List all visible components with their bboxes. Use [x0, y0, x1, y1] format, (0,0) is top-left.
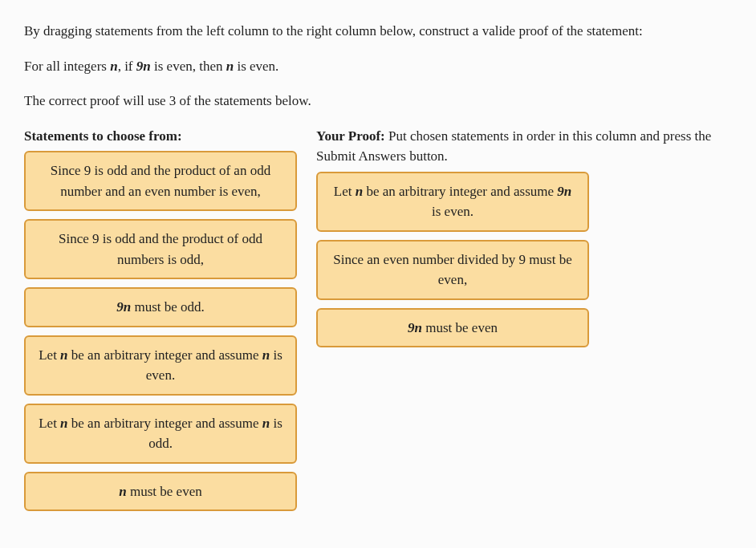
statement-tile[interactable]: Let n be an arbitrary integer and assume…: [24, 335, 297, 396]
source-column: Statements to choose from: Since 9 is od…: [24, 126, 297, 512]
exercise-page: By dragging statements from the left col…: [0, 0, 756, 535]
statement-text: Let n be an arbitrary integer and assume…: [37, 345, 284, 386]
statement-tile[interactable]: Let n be an arbitrary integer and assume…: [316, 172, 589, 232]
proof-column-heading-label: Your Proof:: [316, 128, 385, 144]
proof-column-heading: Your Proof: Put chosen statements in ord…: [316, 126, 717, 167]
statement-tile[interactable]: 9n must be odd.: [24, 287, 297, 327]
statement-tile[interactable]: 9n must be even: [316, 308, 589, 348]
instructions: By dragging statements from the left col…: [24, 21, 732, 112]
instruction-line-3: The correct proof will use 3 of the stat…: [24, 91, 732, 112]
statement-text: Let n be an arbitrary integer and assume…: [37, 413, 284, 454]
source-column-heading-label: Statements to choose from:: [24, 128, 182, 144]
statement-text: Since 9 is odd and the product of an odd…: [37, 160, 284, 201]
statement-text: Since 9 is odd and the product of odd nu…: [37, 229, 284, 270]
proof-column: Your Proof: Put chosen statements in ord…: [316, 126, 717, 348]
statement-tile[interactable]: Since 9 is odd and the product of odd nu…: [24, 219, 297, 279]
statement-text: Since an even number divided by 9 must b…: [329, 250, 576, 290]
source-tile-list[interactable]: Since 9 is odd and the product of an odd…: [24, 151, 297, 511]
instruction-line-2: For all integers n, if 9n is even, then …: [24, 56, 732, 77]
statement-text: Let n be an arbitrary integer and assume…: [329, 181, 576, 222]
statement-tile[interactable]: Since 9 is odd and the product of an odd…: [24, 151, 297, 211]
instruction-line-1: By dragging statements from the left col…: [24, 21, 732, 42]
proof-tile-list[interactable]: Let n be an arbitrary integer and assume…: [316, 172, 717, 348]
statement-text: n must be even: [119, 481, 201, 502]
source-column-heading: Statements to choose from:: [24, 126, 297, 147]
statement-text: 9n must be even: [408, 318, 498, 339]
statement-tile[interactable]: Since an even number divided by 9 must b…: [316, 240, 589, 300]
statement-tile[interactable]: n must be even: [24, 472, 297, 512]
proof-columns: Statements to choose from: Since 9 is od…: [24, 126, 732, 512]
statement-tile[interactable]: Let n be an arbitrary integer and assume…: [24, 404, 297, 464]
statement-text: 9n must be odd.: [116, 297, 205, 318]
